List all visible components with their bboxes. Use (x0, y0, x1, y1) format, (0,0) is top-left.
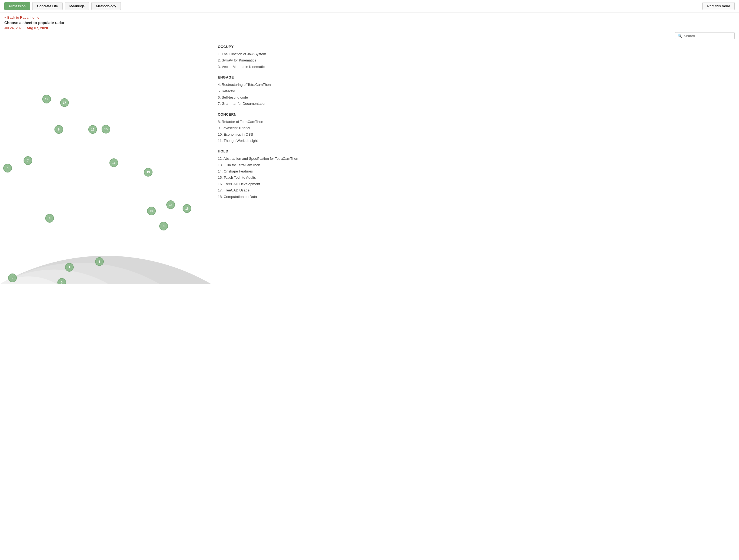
dot-5[interactable]: 5 (95, 257, 104, 266)
list-item-15[interactable]: 15. Teach Tech to Adults (218, 174, 733, 181)
dot-12[interactable]: 12 (42, 95, 51, 104)
dot-14[interactable]: 14 (166, 200, 175, 209)
section-engage: ENGAGE4. Restructuring of TetraCamThon5.… (218, 75, 733, 107)
print-button[interactable]: Print this radar (703, 2, 735, 10)
section-title-occupy: OCCUPY (218, 45, 733, 49)
dot-2[interactable]: 2 (8, 273, 17, 282)
list-item-10[interactable]: 10. Economics in OSS (218, 131, 733, 138)
search-icon: 🔍 (678, 34, 682, 38)
tab-meanings[interactable]: Meanings (65, 2, 89, 10)
tab-concrete-life[interactable]: Concrete Life (32, 2, 62, 10)
sidebar-sections: OCCUPY1. The Function of Jaw System2. Sy… (218, 45, 733, 200)
section-title-hold: HOLD (218, 149, 733, 153)
dot-16[interactable]: 16 (88, 125, 97, 134)
sidebar: OCCUPY1. The Function of Jaw System2. Sy… (211, 40, 739, 284)
list-item-12[interactable]: 12. Abstraction and Specification for Te… (218, 155, 733, 162)
list-item-9[interactable]: 9. Javascript Tutorial (218, 125, 733, 131)
dot-17[interactable]: 17 (60, 98, 69, 107)
list-item-2[interactable]: 2. SymPy for Kinematics (218, 57, 733, 63)
section-concern: CONCERN8. Refactor of TetraCamThon9. Jav… (218, 113, 733, 144)
date-new[interactable]: Aug 07, 2020 (26, 26, 48, 30)
dot-4[interactable]: 4 (45, 214, 54, 223)
list-item-7[interactable]: 7. Grammar for Documentation (218, 101, 733, 107)
section-title-concern: CONCERN (218, 113, 733, 117)
dot-3[interactable]: 3 (57, 278, 66, 284)
dot-11[interactable]: 11 (110, 158, 118, 167)
dot-6[interactable]: 6 (3, 164, 12, 173)
list-item-17[interactable]: 17. FreeCAD Usage (218, 187, 733, 193)
dot-10[interactable]: 10 (147, 207, 156, 215)
list-item-8[interactable]: 8. Refactor of TetraCamThon (218, 119, 733, 125)
main-content: OCCUPY ENGAGE CONCERN HOLD 1234567891011… (0, 40, 739, 284)
tab-profession[interactable]: Profession (4, 2, 30, 10)
dots-container: 123456789101112131415161718 (0, 40, 211, 284)
choose-sheet-label: Choose a sheet to populate radar (4, 21, 735, 25)
list-item-5[interactable]: 5. Refactor (218, 88, 733, 94)
section-hold: HOLD12. Abstraction and Specification fo… (218, 149, 733, 200)
dot-1[interactable]: 1 (65, 263, 74, 271)
list-item-1[interactable]: 1. The Function of Jaw System (218, 51, 733, 57)
tab-methodology[interactable]: Methodology (91, 2, 121, 10)
dot-9[interactable]: 9 (159, 222, 168, 230)
sub-header: « Back to Radar home Choose a sheet to p… (0, 12, 739, 31)
search-bar[interactable]: 🔍 (675, 32, 735, 39)
header: Profession Concrete Life Meanings Method… (0, 0, 739, 12)
section-title-engage: ENGAGE (218, 75, 733, 79)
list-item-6[interactable]: 6. Self-testing code (218, 94, 733, 101)
list-item-18[interactable]: 18. Computation on Data (218, 194, 733, 200)
section-occupy: OCCUPY1. The Function of Jaw System2. Sy… (218, 45, 733, 70)
dot-18[interactable]: 18 (183, 204, 191, 213)
dot-13[interactable]: 13 (144, 168, 153, 177)
dot-8[interactable]: 8 (54, 125, 63, 134)
date-old[interactable]: Jul 24, 2020 (4, 26, 24, 30)
search-input[interactable] (684, 34, 732, 38)
dates: Jul 24, 2020 Aug 07, 2020 (4, 26, 735, 30)
list-item-4[interactable]: 4. Restructuring of TetraCamThon (218, 81, 733, 88)
list-item-3[interactable]: 3. Vector Method in Kinematics (218, 64, 733, 70)
dot-15[interactable]: 15 (102, 125, 110, 134)
list-item-16[interactable]: 16. FreeCAD Development (218, 181, 733, 187)
back-link[interactable]: « Back to Radar home (4, 15, 39, 19)
dot-7[interactable]: 7 (24, 156, 32, 165)
radar-area: OCCUPY ENGAGE CONCERN HOLD 1234567891011… (0, 40, 211, 284)
list-item-11[interactable]: 11. ThoughtWorks Insight (218, 138, 733, 144)
list-item-14[interactable]: 14. Onshape Features (218, 168, 733, 174)
list-item-13[interactable]: 13. Julia for TetraCamThon (218, 162, 733, 168)
